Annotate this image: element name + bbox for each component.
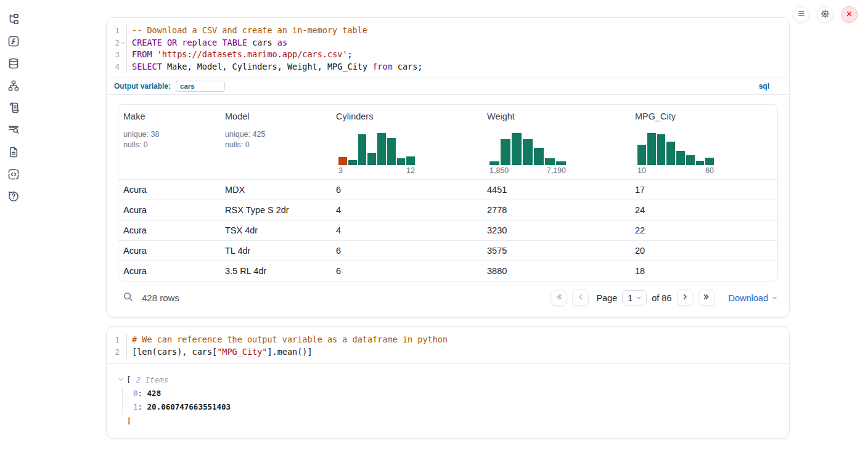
- settings-button[interactable]: [817, 6, 833, 23]
- code-token: OR: [167, 38, 177, 47]
- axis-max-label: 12: [406, 166, 415, 175]
- histogram-bar: [696, 161, 705, 166]
- table-cell: 3575: [482, 240, 630, 261]
- line-number-gutter: 1: [107, 334, 127, 346]
- histogram-bar: [523, 139, 533, 166]
- sidebar-item-variables[interactable]: [7, 36, 20, 48]
- python-code-editor[interactable]: 1# We can reference the output variable …: [107, 327, 789, 363]
- shutdown-button[interactable]: [841, 6, 858, 23]
- column-header-MPG_City[interactable]: MPG_City1060: [630, 105, 777, 179]
- code-line: 3FROM 'https://datasets.marimo.app/cars.…: [107, 49, 789, 61]
- fold-chevron-icon[interactable]: [120, 40, 126, 46]
- row-count-label: 428 rows: [142, 293, 179, 303]
- chevrons-left-icon: [554, 292, 564, 304]
- column-stats: unique: 38nulls: 0: [123, 129, 215, 150]
- table-row[interactable]: AcuraMDX6445117: [118, 179, 777, 200]
- previous-page-button[interactable]: [572, 289, 589, 306]
- settings-gear-icon: [820, 9, 830, 21]
- code-token: CREATE: [132, 38, 162, 47]
- column-header-Model[interactable]: Modelunique: 425nulls: 0: [220, 105, 331, 179]
- sidebar-item-logs[interactable]: [7, 124, 20, 137]
- table-cell: 20: [630, 240, 777, 261]
- sidebar-item-datasources[interactable]: [7, 58, 20, 70]
- code-token: [len(cars), cars[: [132, 347, 217, 357]
- tree-entries: 0: 4281: 20.060747663551403: [122, 387, 778, 415]
- table-row[interactable]: AcuraTSX 4dr4323022: [118, 220, 777, 240]
- table-search-button[interactable]: [123, 291, 134, 304]
- snippets-code-icon: [7, 168, 20, 182]
- axis-max-label: 60: [705, 166, 714, 175]
- file-explorer-tree-icon: [7, 13, 20, 27]
- code-text: FROM 'https://datasets.marimo.app/cars.c…: [127, 49, 353, 61]
- first-page-button[interactable]: [551, 289, 567, 306]
- column-header-Make[interactable]: Makeunique: 38nulls: 0: [118, 105, 220, 179]
- page-total-label: of 86: [652, 293, 671, 303]
- sidebar-item-documentation[interactable]: [7, 147, 20, 159]
- table-header-row: Makeunique: 38nulls: 0Modelunique: 425nu…: [118, 105, 777, 179]
- sidebar-item-outline[interactable]: [7, 102, 20, 115]
- tree-root-line: [ 2 Items: [118, 373, 778, 387]
- datasources-database-icon: [7, 57, 20, 71]
- page-select[interactable]: 1: [622, 290, 647, 305]
- column-stat: unique: 38: [123, 129, 215, 140]
- axis-min-label: 1,850: [489, 166, 509, 175]
- code-token: -- Download a CSV and create an in-memor…: [132, 25, 367, 35]
- table-cell: 6: [331, 261, 482, 281]
- histogram-bar: [666, 142, 675, 165]
- logs-list-search-icon: [7, 124, 20, 138]
- sidebar-item-snippets[interactable]: [7, 169, 20, 181]
- tree-entry[interactable]: 1: 20.060747663551403: [133, 400, 778, 414]
- column-header-Cylinders[interactable]: Cylinders312: [331, 105, 482, 179]
- chevron-left-icon: [576, 292, 586, 304]
- column-header-Weight[interactable]: Weight1,8507,190: [482, 105, 630, 179]
- last-page-button[interactable]: [698, 289, 715, 306]
- table-row[interactable]: Acura3.5 RL 4dr6388018: [118, 261, 777, 281]
- chevron-down-icon: [636, 293, 642, 303]
- table-cell: 3230: [482, 220, 630, 240]
- tree-entry[interactable]: 0: 428: [133, 387, 778, 400]
- line-number-gutter: 2: [107, 37, 127, 49]
- variables-function-icon: [7, 35, 20, 49]
- code-token: ;: [348, 49, 353, 59]
- next-page-button[interactable]: [677, 289, 694, 306]
- histogram-axis-labels: 1060: [637, 166, 714, 175]
- table-cell: MDX: [220, 179, 331, 200]
- table-cell: 4: [331, 220, 482, 240]
- menu-button[interactable]: [793, 6, 809, 23]
- table-cell: 18: [630, 261, 777, 281]
- table-cell: 17: [630, 179, 777, 200]
- table-row[interactable]: AcuraTL 4dr6357520: [118, 240, 777, 261]
- histogram-bar: [545, 158, 555, 165]
- tree-close-bracket: ]: [126, 415, 778, 428]
- tree-entry-key: 0: [133, 389, 138, 398]
- chevron-right-icon: [680, 292, 690, 304]
- histogram-bar: [387, 138, 396, 166]
- tree-collapse-toggle[interactable]: [118, 373, 124, 387]
- table-cell: 3880: [482, 261, 630, 281]
- column-name: Model: [225, 111, 326, 121]
- code-line: 2[len(cars), cars["MPG_City"].mean()]: [107, 346, 789, 358]
- code-token: ].mean()]: [267, 347, 312, 357]
- download-button[interactable]: Download: [729, 293, 779, 303]
- sidebar-panel: [0, 0, 27, 449]
- table-cell: 6: [331, 179, 482, 200]
- chevrons-right-icon: [702, 292, 711, 304]
- table-row[interactable]: AcuraRSX Type S 2dr4277824: [118, 200, 777, 220]
- line-number: 1: [115, 25, 120, 37]
- code-token: cars: [247, 38, 277, 47]
- sidebar-item-dependency-graph[interactable]: [7, 80, 20, 92]
- code-text: CREATE OR replace TABLE cars as: [127, 37, 287, 49]
- line-number: 3: [115, 49, 120, 61]
- shutdown-close-icon: [844, 9, 854, 21]
- code-token: FROM: [132, 49, 152, 59]
- output-variable-input[interactable]: [176, 81, 225, 92]
- table-cell: Acura: [118, 179, 220, 200]
- histogram-bar: [705, 158, 714, 165]
- data-table: Makeunique: 38nulls: 0Modelunique: 425nu…: [118, 104, 778, 281]
- sql-code-editor[interactable]: 1-- Download a CSV and create an in-memo…: [107, 18, 789, 78]
- code-text: SELECT Make, Model, Cylinders, Weight, M…: [127, 61, 422, 73]
- code-text: # We can reference the output variable a…: [127, 334, 448, 346]
- column-stats: unique: 425nulls: 0: [225, 129, 326, 150]
- sidebar-item-file-explorer[interactable]: [7, 14, 20, 26]
- sidebar-item-help[interactable]: [7, 191, 20, 203]
